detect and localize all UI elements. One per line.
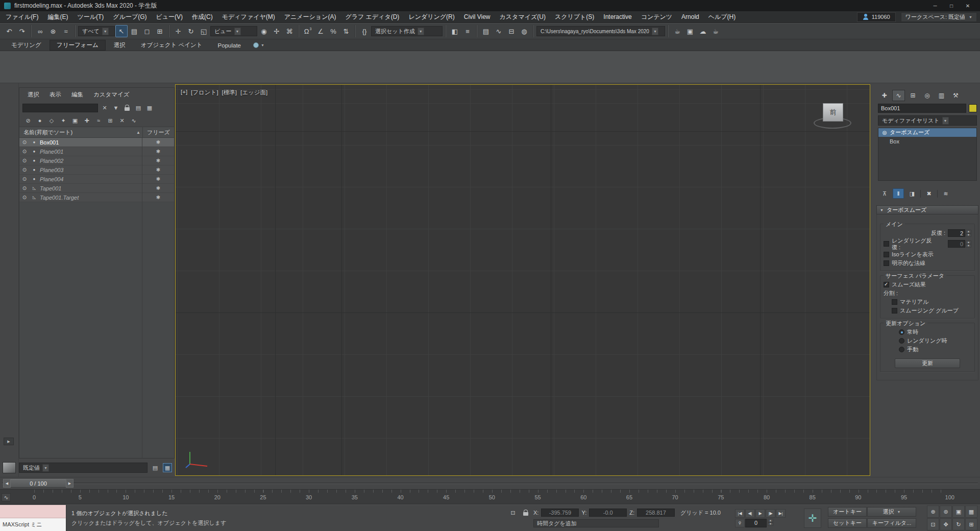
zoom-extents-all-icon[interactable]: ▦ [965, 505, 977, 518]
tab-create[interactable]: ✚ [878, 90, 891, 101]
freeze-icon[interactable]: ✱ [142, 149, 174, 154]
scene-explorer-menu-item[interactable]: 表示 [44, 91, 66, 99]
play-button[interactable]: ▶ [755, 509, 765, 518]
render-setup-icon[interactable]: ☕ [671, 25, 683, 37]
mirror-icon[interactable]: ◧ [449, 25, 461, 37]
smoothing-groups-checkbox[interactable] [892, 308, 897, 313]
freeze-icon[interactable]: ✱ [142, 185, 174, 191]
mini-curve-editor-icon[interactable]: ∿ [2, 493, 11, 501]
Plane004[interactable]: ⊙ ● Plane004 ✱ [19, 175, 174, 184]
smooth-result-checkbox[interactable] [884, 282, 889, 287]
render-in-cloud-icon[interactable]: ☁ [697, 25, 709, 37]
select-by-name-icon[interactable]: ▤ [128, 25, 140, 37]
freeze-icon[interactable]: ✱ [142, 167, 174, 173]
maximize-button[interactable]: □ [943, 0, 960, 11]
ribbon-tab[interactable]: 選択 [107, 40, 133, 51]
ribbon-config-button[interactable]: ▼ [249, 40, 268, 51]
tab-utilities[interactable]: ⚒ [949, 90, 962, 101]
menu-item[interactable]: モディファイヤ(M) [217, 11, 280, 22]
select-and-scale-icon[interactable]: ◱ [198, 25, 210, 37]
selection-set-key-combo[interactable]: 選択 ▼ [867, 507, 916, 517]
zoom-region-icon[interactable]: ⊡ [927, 518, 939, 530]
menu-item[interactable]: グラフ エディタ(D) [340, 11, 404, 22]
pin-stack-icon[interactable]: ⊼ [879, 188, 890, 199]
layer-combo[interactable]: 既定値 ▼ [19, 463, 148, 473]
display-helpers-icon[interactable]: ✚ [82, 116, 91, 125]
time-slider-track[interactable] [2, 482, 978, 484]
select-and-link-icon[interactable]: ∞ [34, 25, 46, 37]
selection-lock-icon[interactable] [521, 508, 531, 517]
display-groups-icon[interactable]: ⊞ [106, 116, 115, 125]
track-bar[interactable]: ∿ 05101520253035404550556065707580859095… [0, 489, 980, 504]
signin-user-button[interactable]: 119060 [857, 12, 896, 22]
display-xrefs-icon[interactable]: ✕ [117, 116, 127, 125]
render-iterations-value[interactable]: 0 [948, 240, 965, 248]
update-always-radio[interactable] [899, 329, 904, 335]
spinner-arrows-icon[interactable]: ▲▼ [966, 230, 971, 237]
display-shapes-icon[interactable]: ◇ [47, 116, 56, 125]
layers-icon[interactable]: ▤ [151, 463, 160, 472]
materials-checkbox[interactable] [892, 299, 897, 305]
angle-snap-icon[interactable]: ∠ [314, 25, 327, 37]
menu-item[interactable]: グループ(G) [108, 11, 151, 22]
menu-item[interactable]: ビュー(V) [152, 11, 188, 22]
menu-item[interactable]: カスタマイズ(U) [495, 11, 550, 22]
align-icon[interactable]: ≡ [461, 25, 474, 37]
freeze-icon[interactable]: ✱ [142, 176, 174, 182]
clear-search-icon[interactable]: ✕ [100, 103, 109, 112]
bind-to-space-warp-icon[interactable]: ≈ [60, 25, 72, 37]
configure-modifier-sets-icon[interactable]: ≋ [940, 188, 951, 199]
eye-icon[interactable]: ⊙ [19, 185, 30, 191]
menu-item[interactable]: ファイル(F) [1, 11, 43, 22]
reference-coordinate-combo[interactable]: ビュー ▼ [210, 26, 257, 36]
pan-icon[interactable]: ✥ [940, 518, 952, 530]
eye-icon[interactable]: ⊙ [19, 139, 30, 145]
scene-explorer-menu-item[interactable]: 編集 [66, 91, 88, 99]
rollout-header[interactable]: ▼ ターボスムーズ [876, 205, 978, 214]
rendered-frame-window-icon[interactable]: ▣ [684, 25, 696, 37]
spinner-arrows-icon[interactable]: ▲▼ [768, 519, 773, 527]
menu-item[interactable]: アニメーション(A) [280, 11, 341, 22]
isolate-selection-icon[interactable]: ⊡ [508, 508, 518, 517]
menu-item[interactable]: レンダリング(R) [404, 11, 459, 22]
modifier-stack-row[interactable]: ◎ ターボスムーズ [878, 128, 976, 137]
keyboard-override-icon[interactable]: ⌘ [283, 25, 296, 37]
maximize-viewport-icon[interactable]: ⊞ [965, 518, 977, 530]
edit-named-selections-icon[interactable]: {} [358, 25, 371, 37]
macro-recorder-field[interactable] [0, 505, 66, 518]
ribbon-tab[interactable]: フリーフォーム [50, 40, 106, 51]
eye-icon[interactable]: ⊙ [19, 176, 30, 182]
viewport-menu-general[interactable]: [+] [181, 89, 187, 96]
key-filters-button[interactable]: キーフィルタ... [867, 518, 916, 528]
next-frame-button[interactable]: |▶ [766, 509, 775, 518]
menu-item[interactable]: コンテンツ [636, 11, 677, 22]
viewport-menu-pov[interactable]: [フロント] [191, 89, 218, 96]
current-frame-field[interactable]: 0 [745, 519, 767, 527]
curve-editor-icon[interactable]: ∿ [493, 25, 505, 37]
project-folder-combo[interactable]: C:\Users\nagaya_ryo\Documents\3ds Max 20… [536, 26, 665, 36]
column-header-freeze[interactable]: フリーズ [142, 127, 174, 137]
selection-filter-combo[interactable]: すべて ▼ [78, 26, 115, 36]
render-production-icon[interactable]: ☕ [709, 25, 722, 37]
spinner-snap-icon[interactable]: ⇅ [340, 25, 352, 37]
menu-item[interactable]: 作成(C) [187, 11, 217, 22]
render-iterations-checkbox[interactable] [884, 241, 889, 247]
viewport-menu-shading[interactable]: [エッジ面] [240, 89, 267, 96]
eye-icon[interactable]: ⊙ [19, 195, 30, 200]
column-header-name[interactable]: 名前(昇順でソート) [19, 129, 134, 136]
use-pivot-center-icon[interactable]: ◉ [258, 25, 270, 37]
eye-icon[interactable]: ⊙ [19, 167, 30, 173]
material-swatch[interactable] [3, 462, 16, 473]
Tape001.Target[interactable]: ⊙ ◺ Tape001.Target ✱ [19, 193, 174, 202]
z-field[interactable]: 258.817 [637, 509, 675, 517]
tab-display[interactable]: ▥ [935, 90, 948, 101]
display-spacewarps-icon[interactable]: ≈ [94, 116, 103, 125]
menu-item[interactable]: スクリプト(S) [550, 11, 599, 22]
go-to-end-button[interactable]: ▶| [776, 509, 786, 518]
scene-explorer-toggle-icon[interactable]: ▦ [163, 463, 172, 472]
selection-region-icon[interactable]: ◻ [141, 25, 153, 37]
render-iterations-spinner[interactable]: 0 ▲▼ [948, 240, 971, 248]
snap-toggle-icon[interactable]: Ω 3 [302, 25, 314, 37]
percent-snap-icon[interactable]: % [327, 25, 339, 37]
column-chooser-icon[interactable]: ▦ [145, 103, 154, 112]
